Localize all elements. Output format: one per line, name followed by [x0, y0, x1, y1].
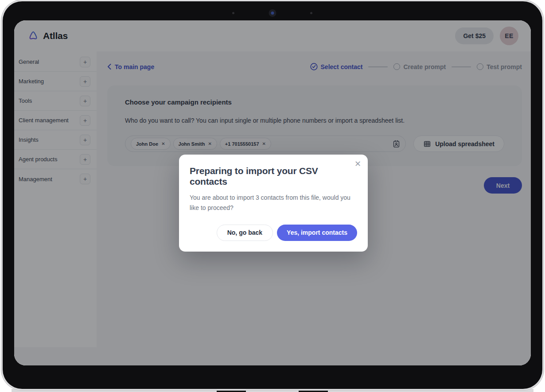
import-csv-modal: ✕ Preparing to import your CSV contacts …: [179, 155, 368, 252]
sensor-dot-icon: [232, 12, 234, 14]
modal-title: Preparing to import your CSV contacts: [190, 166, 357, 187]
cancel-button[interactable]: No, go back: [217, 225, 273, 241]
confirm-import-button[interactable]: Yes, import contacts: [277, 225, 357, 241]
tablet-frame: Atllas Get $25 EE General + Marketing: [3, 1, 542, 389]
device-stage: Atllas Get $25 EE General + Marketing: [0, 0, 545, 392]
app-screen: Atllas Get $25 EE General + Marketing: [14, 20, 531, 365]
front-camera-icon: [269, 9, 276, 17]
close-icon[interactable]: ✕: [354, 160, 361, 168]
device-bottom-rim: [12, 389, 533, 392]
modal-body-text: You are about to import 3 contacts from …: [190, 193, 357, 213]
modal-actions: No, go back Yes, import contacts: [190, 225, 357, 241]
sensor-dot-icon: [310, 12, 312, 14]
